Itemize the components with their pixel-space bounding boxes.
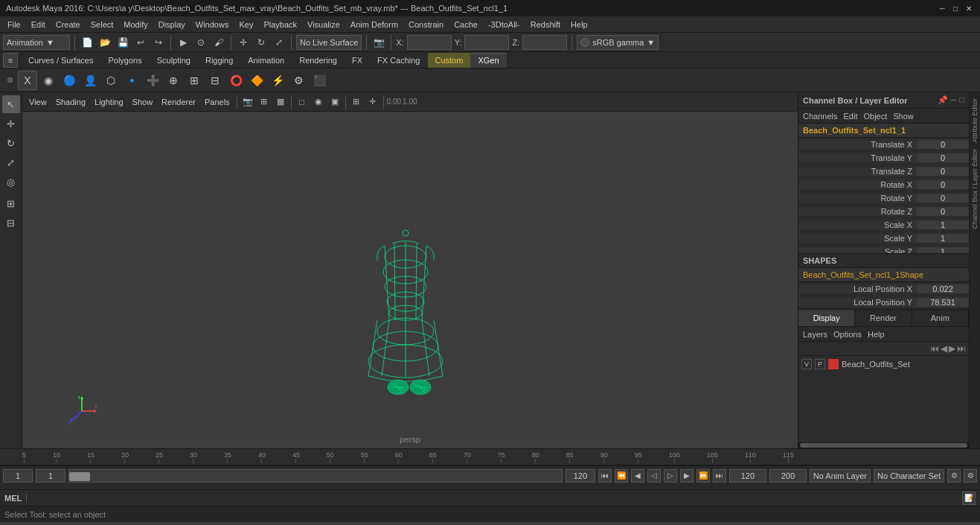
shelf-icon-12[interactable]: 🔶	[247, 71, 266, 90]
open-scene-icon[interactable]: 📂	[97, 35, 112, 50]
menu-select[interactable]: Select	[86, 19, 118, 31]
vp-menu-view[interactable]: View	[25, 96, 51, 108]
channel-value-lpx[interactable]: 0.022	[917, 284, 969, 293]
tab-fx[interactable]: FX	[345, 53, 370, 68]
play-end-input[interactable]: 120	[729, 469, 766, 483]
menu-file[interactable]: File	[3, 19, 25, 31]
shelf-icon-2[interactable]: ◉	[39, 71, 58, 90]
shelf-icon-9[interactable]: ⊞	[185, 71, 204, 90]
viewport-content[interactable]: X Y Z persp	[22, 112, 798, 448]
lasso-icon[interactable]: ⊙	[193, 35, 208, 50]
cb-channels-menu[interactable]: Channels	[803, 112, 837, 121]
shelf-icon-10[interactable]: ⊟	[205, 71, 225, 90]
select-icon[interactable]: ▶	[176, 35, 190, 50]
shelf-icon-5[interactable]: ⬡	[101, 71, 121, 90]
timeline-ruler[interactable]: 5 10 15 20 25 30 35 40 45 50 55 60 65 70…	[0, 449, 980, 465]
next-frame-button[interactable]: ⏩	[696, 469, 710, 483]
channel-value-rx[interactable]: 0	[917, 180, 969, 189]
layer-color-swatch[interactable]	[828, 359, 839, 369]
attribute-editor-label[interactable]: Attribute Editor	[971, 95, 979, 146]
menu-display[interactable]: Display	[154, 19, 190, 31]
layer-arrow-right[interactable]: ▶	[949, 343, 955, 354]
menu-anim-deform[interactable]: Anim Deform	[346, 19, 403, 31]
shelf-icon-8[interactable]: ⊕	[164, 71, 183, 90]
tab-animation[interactable]: Animation	[240, 53, 292, 68]
menu-modify[interactable]: Modify	[119, 19, 152, 31]
shelf-icon-13[interactable]: ⚡	[268, 71, 287, 90]
new-scene-icon[interactable]: 📄	[80, 35, 95, 50]
scale-icon[interactable]: ⤢	[272, 35, 286, 50]
select-tool[interactable]: ↖	[2, 95, 20, 113]
shelf-icon-3[interactable]: 🔵	[60, 71, 79, 90]
channel-box-pin[interactable]: 📌	[938, 95, 948, 105]
layer-layers-menu[interactable]: Layers	[803, 330, 827, 339]
layer-arrow-left-left[interactable]: ⏮	[930, 343, 939, 354]
vp-menu-shading[interactable]: Shading	[52, 96, 89, 108]
vp-wireframe-icon[interactable]: □	[295, 95, 310, 109]
save-scene-icon[interactable]: 💾	[115, 35, 130, 50]
layer-arrow-right-right[interactable]: ⏭	[957, 343, 966, 354]
redo-icon[interactable]: ↪	[151, 35, 166, 50]
menu-edit[interactable]: Edit	[27, 19, 50, 31]
current-frame-left[interactable]: 1	[3, 469, 33, 483]
shelf-icon-7[interactable]: ➕	[143, 71, 162, 90]
channel-value-tx[interactable]: 0	[917, 140, 969, 149]
tab-rigging[interactable]: Rigging	[198, 53, 240, 68]
mel-input[interactable]	[30, 494, 959, 503]
shelf-icon-14[interactable]: ⚙	[289, 71, 308, 90]
play-back-button[interactable]: ◁	[647, 469, 661, 483]
undo-icon[interactable]: ↩	[133, 35, 148, 50]
vp-smooth-icon[interactable]: ◉	[311, 95, 326, 109]
menu-visualize[interactable]: Visualize	[303, 19, 345, 31]
menu-playback[interactable]: Playback	[259, 19, 301, 31]
rotate-icon[interactable]: ↻	[254, 35, 269, 50]
cb-edit-menu[interactable]: Edit	[843, 112, 857, 121]
scale-tool[interactable]: ⤢	[2, 153, 20, 171]
vp-menu-panels[interactable]: Panels	[201, 96, 234, 108]
channel-value-sz[interactable]: 1	[917, 247, 969, 254]
vp-axis-icon[interactable]: ✛	[365, 95, 380, 109]
channel-value-tz[interactable]: 0	[917, 167, 969, 176]
y-value-input[interactable]	[464, 35, 509, 50]
camera-icon[interactable]: 📷	[371, 35, 386, 50]
move-icon[interactable]: ✛	[236, 35, 251, 50]
channel-value-sy[interactable]: 1	[917, 234, 969, 243]
vp-fit-icon[interactable]: ⊞	[257, 95, 272, 109]
animation-mode-dropdown[interactable]: Animation ▼	[3, 35, 70, 50]
shelf-icon-15[interactable]: ⬛	[310, 71, 329, 90]
channel-box-float[interactable]: □	[959, 95, 964, 105]
maximize-button[interactable]: □	[950, 3, 961, 13]
vp-menu-show[interactable]: Show	[129, 96, 157, 108]
channel-value-lpy[interactable]: 78.531	[917, 298, 969, 307]
mel-script-editor-button[interactable]: 📝	[962, 491, 976, 505]
vp-menu-renderer[interactable]: Renderer	[158, 96, 199, 108]
shelf-icon-6[interactable]: 🔹	[122, 71, 141, 90]
x-value-input[interactable]	[407, 35, 452, 50]
channel-value-rz[interactable]: 0	[917, 207, 969, 216]
layer-scrollbar[interactable]	[798, 442, 969, 448]
move-tool[interactable]: ✛	[2, 115, 20, 133]
shelf-icon-1[interactable]: X	[18, 71, 37, 90]
right-tab-anim[interactable]: Anim	[912, 310, 969, 326]
cb-object-menu[interactable]: Object	[863, 112, 887, 121]
channel-value-sx[interactable]: 1	[917, 220, 969, 229]
channel-box-layer-label[interactable]: Channel Box / Layer Editor	[971, 146, 979, 232]
layer-arrow-left[interactable]: ◀	[941, 343, 947, 354]
character-set-dropdown[interactable]: No Character Set	[874, 469, 944, 483]
timeline-range-end[interactable]: 120	[566, 469, 595, 483]
sidebar-toggle[interactable]: ≡	[3, 53, 18, 68]
vp-frame-icon[interactable]: ▦	[273, 95, 288, 109]
layer-visible-toggle[interactable]: V	[801, 359, 812, 369]
char-set-options-button[interactable]: ⚙	[964, 469, 977, 483]
layer-scroll-thumb[interactable]	[800, 443, 967, 448]
rotate-tool[interactable]: ↻	[2, 134, 20, 152]
tab-custom[interactable]: Custom	[428, 53, 471, 68]
tab-fx-caching[interactable]: FX Caching	[370, 53, 427, 68]
universal-tool[interactable]: ◎	[2, 173, 20, 191]
menu-constrain[interactable]: Constrain	[404, 19, 448, 31]
menu-redshift[interactable]: Redshift	[526, 19, 565, 31]
tab-curves-surfaces[interactable]: Curves / Surfaces	[21, 53, 100, 68]
close-button[interactable]: ✕	[964, 3, 974, 13]
shelf-icon-4[interactable]: 👤	[80, 71, 100, 90]
channel-value-ry[interactable]: 0	[917, 194, 969, 203]
